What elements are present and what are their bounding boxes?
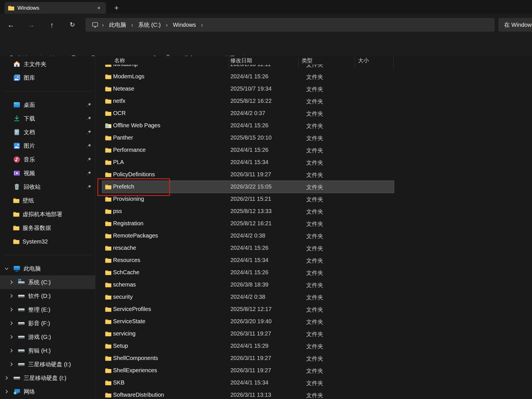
table-row-netfx[interactable]: netfx2025/8/12 16:22文件夹 bbox=[95, 95, 532, 107]
folder-icon bbox=[13, 225, 19, 230]
sidebar-item-label: 文档 bbox=[24, 128, 35, 136]
sidebar-item-label: 三星移动硬盘 (I:) bbox=[28, 361, 71, 368]
file-date: 2024/4/1 15:26 bbox=[230, 73, 268, 80]
breadcrumb-item[interactable]: 系统 (C:) bbox=[136, 20, 162, 30]
table-row-Panther[interactable]: Panther2025/8/15 20:10文件夹 bbox=[95, 132, 532, 144]
table-row-Setup[interactable]: Setup2024/4/1 15:29文件夹 bbox=[95, 340, 532, 352]
file-date: 2025/8/12 16:21 bbox=[230, 220, 272, 227]
table-row-Netease[interactable]: Netease2025/10/7 19:34文件夹 bbox=[95, 83, 532, 95]
column-name[interactable]: 名称 bbox=[114, 57, 125, 64]
sidebar-item-label: 壁纸 bbox=[22, 197, 34, 204]
chevron-right-icon[interactable] bbox=[9, 348, 14, 353]
pin-icon bbox=[86, 102, 92, 109]
table-row-servicing[interactable]: servicing2026/3/11 19:27文件夹 bbox=[95, 328, 532, 340]
table-row-rescache[interactable]: rescache2024/4/1 15:26文件夹 bbox=[95, 242, 532, 254]
file-date: 2026/3/8 18:39 bbox=[230, 281, 268, 288]
column-divider[interactable] bbox=[355, 57, 355, 69]
column-divider[interactable] bbox=[298, 57, 298, 69]
sidebar-item-网络[interactable]: 网络 bbox=[0, 385, 95, 398]
sidebar-item-图片[interactable]: 图片 bbox=[0, 139, 95, 153]
chevron-right-icon[interactable] bbox=[9, 307, 14, 312]
table-row-ServiceState[interactable]: ServiceState2026/3/20 19:40文件夹 bbox=[95, 316, 532, 328]
table-row-SKB[interactable]: SKB2024/4/1 15:34文件夹 bbox=[95, 377, 532, 389]
file-name: Offline Web Pages bbox=[113, 122, 160, 129]
table-row-schemas[interactable]: schemas2026/3/8 18:39文件夹 bbox=[95, 279, 532, 291]
chevron-right-icon[interactable] bbox=[9, 293, 14, 299]
forward-button[interactable]: → bbox=[26, 19, 37, 30]
search-input[interactable]: 在 Window bbox=[498, 18, 532, 32]
back-button[interactable]: ← bbox=[5, 19, 17, 30]
table-row-OCR[interactable]: OCR2024/4/2 0:37文件夹 bbox=[95, 107, 532, 120]
folder-icon bbox=[105, 307, 111, 312]
file-date: 2026/2/11 15:21 bbox=[230, 196, 271, 202]
chevron-right-icon[interactable] bbox=[9, 320, 14, 326]
sidebar-item-三星移动硬盘 (I:)[interactable]: 三星移动硬盘 (I:) bbox=[0, 371, 95, 385]
chevron-right-icon[interactable] bbox=[9, 279, 14, 285]
table-row-SchCache[interactable]: SchCache2024/4/1 15:26文件夹 bbox=[95, 267, 532, 279]
sidebar-item-主文件夹[interactable]: 主文件夹 bbox=[0, 57, 95, 71]
chevron-right-icon[interactable] bbox=[9, 361, 14, 367]
sidebar-item-系统 (C:)[interactable]: 系统 (C:) bbox=[0, 275, 95, 289]
sidebar-item-服务器数据[interactable]: 服务器数据 bbox=[0, 221, 95, 235]
table-row-ShellExperiences[interactable]: ShellExperiences2026/3/11 19:27文件夹 bbox=[95, 365, 532, 377]
new-tab-button[interactable]: + bbox=[112, 3, 121, 13]
folder-icon bbox=[105, 356, 111, 361]
chevron-right-icon[interactable] bbox=[4, 375, 9, 381]
column-date[interactable]: 修改日期 bbox=[230, 57, 252, 64]
chevron-right-icon[interactable] bbox=[4, 389, 9, 394]
table-row-Registration[interactable]: Registration2025/8/12 16:21文件夹 bbox=[95, 218, 532, 230]
sidebar-item-软件 (D:)[interactable]: 软件 (D:) bbox=[0, 289, 95, 303]
sidebar-item-剪辑 (H:)[interactable]: 剪辑 (H:) bbox=[0, 344, 95, 357]
chevron-right-icon[interactable] bbox=[9, 334, 14, 340]
address-bar[interactable]: ›此电脑›系统 (C:)›Windows› bbox=[85, 18, 495, 32]
sidebar-item-虚拟机本地部署[interactable]: 虚拟机本地部署 bbox=[0, 207, 95, 221]
close-tab-icon[interactable]: × bbox=[95, 4, 103, 12]
sidebar-item-壁纸[interactable]: 壁纸 bbox=[0, 194, 95, 207]
breadcrumb-item[interactable]: 此电脑 bbox=[107, 20, 128, 30]
column-type[interactable]: 类型 bbox=[302, 57, 312, 64]
sidebar-item-System32[interactable]: System32 bbox=[0, 235, 95, 248]
column-divider[interactable] bbox=[393, 57, 394, 69]
file-date: 2024/4/2 0:38 bbox=[230, 232, 265, 239]
sidebar-item-三星移动硬盘 (I:)[interactable]: 三星移动硬盘 (I:) bbox=[0, 357, 95, 371]
table-row-Minidump[interactable]: Minidump2026/2/18 11:11文件夹 bbox=[95, 65, 532, 71]
file-type: 文件夹 bbox=[306, 294, 323, 301]
folder-icon bbox=[8, 5, 14, 11]
table-row-Offline Web Pages[interactable]: Offline Web Pages2024/4/1 15:26文件夹 bbox=[95, 120, 532, 132]
table-row-ServiceProfiles[interactable]: ServiceProfiles2025/8/12 12:17文件夹 bbox=[95, 303, 532, 316]
table-row-Performance[interactable]: Performance2024/4/1 15:26文件夹 bbox=[95, 144, 532, 156]
breadcrumb-item[interactable]: Windows bbox=[171, 21, 198, 29]
sidebar-item-下载[interactable]: 下载 bbox=[0, 112, 95, 125]
column-size[interactable]: 大小 bbox=[358, 57, 369, 64]
chevron-down-icon[interactable] bbox=[4, 266, 9, 271]
table-row-SoftwareDistribution[interactable]: SoftwareDistribution2026/3/11 13:13文件夹 bbox=[95, 389, 532, 399]
sidebar-item-文档[interactable]: 文档 bbox=[0, 125, 95, 139]
table-row-PLA[interactable]: PLA2024/4/1 15:34文件夹 bbox=[95, 156, 532, 169]
sidebar-item-游戏 (G:)[interactable]: 游戏 (G:) bbox=[0, 330, 95, 344]
drive-icon bbox=[18, 320, 25, 327]
refresh-button[interactable]: ↻ bbox=[67, 19, 78, 30]
sidebar-item-label: 音乐 bbox=[24, 156, 35, 163]
table-row-ModemLogs[interactable]: ModemLogs2024/4/1 15:26文件夹 bbox=[95, 71, 532, 83]
table-row-Resources[interactable]: Resources2024/4/1 15:34文件夹 bbox=[95, 254, 532, 267]
sidebar-item-整理 (E:)[interactable]: 整理 (E:) bbox=[0, 303, 95, 316]
sidebar-item-图库[interactable]: 图库 bbox=[0, 71, 95, 85]
column-divider[interactable] bbox=[229, 57, 229, 69]
drive-icon bbox=[18, 306, 25, 313]
table-row-security[interactable]: security2024/4/2 0:38文件夹 bbox=[95, 291, 532, 303]
tab-windows[interactable]: Windows × bbox=[5, 2, 106, 14]
sidebar-item-label: 虚拟机本地部署 bbox=[22, 210, 62, 218]
table-row-pss[interactable]: pss2025/8/12 13:33文件夹 bbox=[95, 205, 532, 218]
sidebar-item-桌面[interactable]: 桌面 bbox=[0, 98, 95, 112]
file-name: RemotePackages bbox=[113, 232, 158, 239]
breadcrumb-chevron-icon[interactable]: › bbox=[198, 22, 206, 28]
sidebar-item-视频[interactable]: 视频 bbox=[0, 166, 95, 180]
table-row-ShellComponents[interactable]: ShellComponents2026/3/11 19:27文件夹 bbox=[95, 352, 532, 365]
sidebar-item-影音 (F:)[interactable]: 影音 (F:) bbox=[0, 316, 95, 330]
sidebar-item-此电脑[interactable]: 此电脑 bbox=[0, 262, 95, 275]
up-button[interactable]: ↑ bbox=[46, 19, 58, 30]
table-row-RemotePackages[interactable]: RemotePackages2024/4/2 0:38文件夹 bbox=[95, 230, 532, 242]
address-band: ← → ↑ ↻ ›此电脑›系统 (C:)›Windows› 在 Window 新… bbox=[0, 14, 532, 56]
sidebar-item-音乐[interactable]: 音乐 bbox=[0, 153, 95, 166]
sidebar-item-回收站[interactable]: 回收站 bbox=[0, 180, 95, 194]
